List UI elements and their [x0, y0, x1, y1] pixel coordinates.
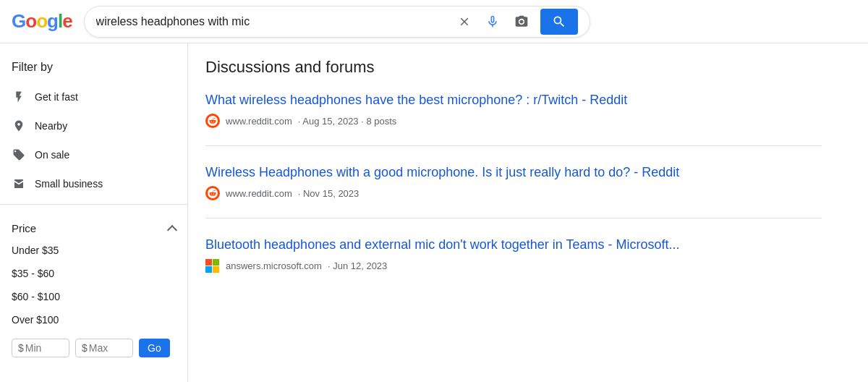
search-input[interactable] [96, 15, 449, 28]
result-url-3: answers.microsoft.com [226, 260, 322, 271]
result-title-link-3[interactable]: Bluetooth headphones and external mic do… [205, 236, 822, 254]
price-options: Under $35 $35 - $60 $60 - $100 Over $100 [12, 240, 176, 330]
price-section: Price Under $35 $35 - $60 $60 - $100 Ove… [0, 211, 187, 363]
price-max-symbol: $ [82, 342, 88, 354]
filter-item-on-sale[interactable]: On sale [0, 140, 187, 169]
price-option-over-100[interactable]: Over $100 [12, 310, 176, 330]
filter-item-nearby[interactable]: Nearby [0, 111, 187, 140]
filter-title: Filter by [0, 55, 187, 82]
price-min-input[interactable] [25, 342, 63, 354]
lightning-icon [12, 90, 26, 104]
price-max-wrap: $ [75, 339, 133, 357]
voice-search-button[interactable] [482, 12, 503, 32]
filter-item-get-it-fast[interactable]: Get it fast [0, 82, 187, 111]
price-min-symbol: $ [18, 342, 24, 354]
filter-label-get-it-fast: Get it fast [35, 91, 78, 103]
result-card-3: Bluetooth headphones and external mic do… [205, 236, 822, 290]
microphone-icon [485, 14, 500, 29]
sidebar: Filter by Get it fast Nearby [0, 43, 188, 382]
reddit-icon-1 [205, 114, 220, 128]
price-header[interactable]: Price [12, 216, 176, 240]
section-title: Discussions and forums [205, 58, 822, 77]
reddit-icon-2 [205, 186, 220, 200]
top-bar: Google [0, 0, 868, 43]
shop-icon [12, 177, 26, 191]
price-min-wrap: $ [12, 339, 69, 357]
filter-label-nearby: Nearby [35, 120, 67, 132]
result-card-2: Wireless Headphones with a good micropho… [205, 164, 822, 218]
location-icon [12, 119, 26, 133]
search-button[interactable] [540, 9, 578, 35]
filter-label-on-sale: On sale [35, 149, 69, 161]
price-option-under-35[interactable]: Under $35 [12, 240, 176, 260]
close-icon [458, 15, 471, 28]
price-option-35-60[interactable]: $35 - $60 [12, 263, 176, 284]
result-date-3: · Jun 12, 2023 [328, 260, 387, 271]
result-date-1: · Aug 15, 2023 · 8 posts [298, 116, 397, 127]
image-search-button[interactable] [511, 12, 532, 32]
result-date-2: · Nov 15, 2023 [298, 188, 359, 199]
result-title-link-2[interactable]: Wireless Headphones with a good micropho… [205, 164, 822, 182]
price-range: $ $ Go [12, 339, 176, 357]
google-logo[interactable]: Google [12, 10, 72, 33]
microsoft-icon-3 [205, 259, 220, 273]
result-url-1: www.reddit.com [226, 116, 292, 127]
result-meta-1: www.reddit.com · Aug 15, 2023 · 8 posts [205, 114, 822, 128]
result-card-1: What wireless headphones have the best m… [205, 91, 822, 146]
price-title: Price [12, 222, 36, 234]
result-title-link-1[interactable]: What wireless headphones have the best m… [205, 91, 822, 109]
sidebar-divider [0, 204, 187, 205]
result-url-2: www.reddit.com [226, 188, 292, 199]
price-option-60-100[interactable]: $60 - $100 [12, 286, 176, 307]
result-meta-2: www.reddit.com · Nov 15, 2023 [205, 186, 822, 200]
tag-icon [12, 148, 26, 162]
filter-label-small-business: Small business [35, 178, 103, 190]
camera-icon [514, 14, 529, 29]
clear-search-button[interactable] [455, 12, 474, 31]
result-meta-3: answers.microsoft.com · Jun 12, 2023 [205, 259, 822, 273]
search-icon [552, 14, 566, 29]
filter-item-small-business[interactable]: Small business [0, 169, 187, 198]
price-go-button[interactable]: Go [139, 339, 170, 357]
price-max-input[interactable] [89, 342, 127, 354]
chevron-up-icon [167, 224, 177, 234]
main-content: Discussions and forums What wireless hea… [188, 43, 839, 382]
search-bar [84, 6, 590, 38]
